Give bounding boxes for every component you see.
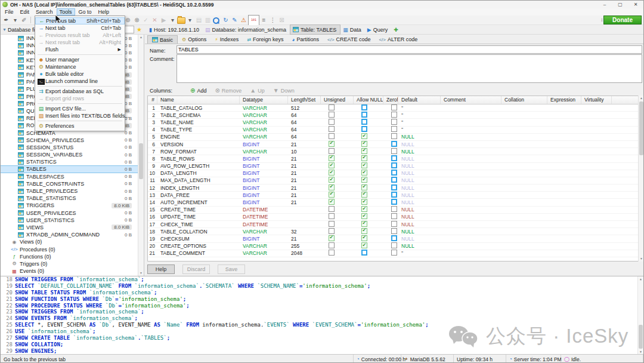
dropdown-caret-icon[interactable]: ▾ <box>11 16 20 24</box>
scroll-up-icon[interactable]: ▲ <box>638 276 643 282</box>
close-button[interactable]: ✕ <box>628 2 643 7</box>
zerofill-checkbox[interactable] <box>391 119 397 125</box>
grid-row-auto_increment[interactable]: 14AUTO_INCREMENTBIGINT21NULL <box>148 199 639 206</box>
print-icon[interactable]: ▥ <box>203 16 212 24</box>
table-comment-input[interactable] <box>177 54 642 83</box>
grid-header-unsigned[interactable]: Unsigned <box>321 96 354 104</box>
menu-item-preferences[interactable]: ⚙Preferences <box>35 122 125 130</box>
zerofill-checkbox[interactable] <box>391 141 397 147</box>
menu-help[interactable]: Help <box>95 8 113 16</box>
designer-tab-partitions[interactable]: ◕Partitions <box>288 35 323 44</box>
tree-table-session_status[interactable]: SESSION_STATUS0 B <box>1 144 144 151</box>
grid-row-table_rows[interactable]: 8TABLE_ROWSBIGINT21NULL <box>148 155 639 162</box>
menu-item-bulk-table-editor[interactable]: ●Bulk table editor <box>35 70 125 78</box>
menu-item-export-database-as-sql[interactable]: ⇉Export database as SQL <box>35 88 125 95</box>
tree-table-triggers[interactable]: TRIGGERS8.0 KiB <box>1 202 144 209</box>
unsigned-checkbox[interactable] <box>329 213 335 219</box>
zerofill-checkbox[interactable] <box>391 206 397 212</box>
unsigned-checkbox[interactable] <box>329 141 335 147</box>
unsigned-checkbox[interactable] <box>329 112 335 118</box>
grid-row-index_length[interactable]: 12INDEX_LENGTHBIGINT21NULL <box>148 184 639 192</box>
scroll-down-icon[interactable]: ▼ <box>638 349 643 354</box>
grid-row-version[interactable]: 6VERSIONBIGINT21NULL <box>148 141 639 148</box>
menu-search[interactable]: Search <box>33 8 56 16</box>
session-manager-icon[interactable]: ✒ <box>2 16 11 24</box>
zerofill-checkbox[interactable] <box>391 242 397 248</box>
donate-button[interactable]: Donate <box>603 16 642 24</box>
allow-null-checkbox[interactable] <box>361 250 367 256</box>
grid-header-comment[interactable]: Comment <box>441 96 501 104</box>
remove-column-button[interactable]: ⊗Remove <box>215 87 242 94</box>
menu-edit[interactable]: Edit <box>17 8 33 16</box>
down-column-button[interactable]: ▼Down <box>273 87 295 94</box>
allow-null-checkbox[interactable] <box>361 112 367 118</box>
grid-row-table_name[interactable]: 3TABLE_NAMEVARCHAR64'' <box>148 119 639 126</box>
grip-handle-icon[interactable]: ⁞⁞ <box>601 17 602 23</box>
grid-header-length-set[interactable]: Length/Set <box>288 96 321 104</box>
grid-scrollbar[interactable]: ▲ ▼ <box>638 96 644 262</box>
grid-row-table_comment[interactable]: 21TABLE_COMMENTVARCHAR2048'' <box>148 250 639 257</box>
zerofill-checkbox[interactable] <box>391 112 397 118</box>
menu-go-to[interactable]: Go to <box>76 8 95 16</box>
menu-item-previous-tab[interactable]: ←Previous tabShift+Ctrl+Tab <box>35 17 125 24</box>
allow-null-checkbox[interactable] <box>361 228 367 234</box>
abort-cross-icon[interactable]: ✕ <box>150 16 159 24</box>
designer-tab-foreign-keys[interactable]: ⇄Foreign keys <box>243 35 287 44</box>
grid-header-expression[interactable]: Expression <box>547 96 581 104</box>
discard-button[interactable]: Discard <box>182 264 210 274</box>
allow-null-checkbox[interactable] <box>361 184 367 190</box>
grid-row-engine[interactable]: 5ENGINEVARCHAR64NULL <box>148 134 639 141</box>
tree-events[interactable]: ▦Events (0) <box>1 267 144 275</box>
zerofill-checkbox[interactable] <box>391 177 397 183</box>
allow-null-checkbox[interactable] <box>361 199 367 205</box>
unsigned-checkbox[interactable] <box>329 133 335 139</box>
tree-functions[interactable]: ƒFunctions (0) <box>1 253 144 260</box>
grid-header-name[interactable]: Name <box>157 96 240 104</box>
tree-table-table_privileges[interactable]: TABLE_PRIVILEGES0 B <box>1 187 144 195</box>
tree-table-session_variables[interactable]: SESSION_VARIABLES0 B <box>1 151 144 158</box>
session-tab-table[interactable]: Table: TABLES <box>290 24 340 35</box>
tree-table-table_statistics[interactable]: TABLE_STATISTICS0 B <box>1 195 144 202</box>
designer-tab-alter-code[interactable]: </>ALTER code <box>374 35 422 44</box>
zerofill-checkbox[interactable] <box>391 228 397 234</box>
grid-row-create_options[interactable]: 20CREATE_OPTIONSVARCHAR255NULL <box>148 243 639 250</box>
apply-check-icon[interactable]: ✓ <box>141 16 150 24</box>
grid-row-table_schema[interactable]: 2TABLE_SCHEMAVARCHAR64'' <box>148 112 639 119</box>
binary-data-icon[interactable]: 101 <box>248 15 259 26</box>
cancel-circle-icon[interactable]: ⊗ <box>132 16 141 24</box>
zerofill-checkbox[interactable] <box>391 104 397 110</box>
allow-null-checkbox[interactable] <box>361 155 367 161</box>
favorite-star-icon[interactable]: ★ <box>137 26 142 33</box>
unsigned-checkbox[interactable] <box>329 177 335 183</box>
tree-triggers[interactable]: ⚙Triggers (0) <box>1 260 144 267</box>
zerofill-checkbox[interactable] <box>391 133 397 139</box>
scroll-down-icon[interactable]: ▼ <box>639 256 644 262</box>
sql-log-scrollbar[interactable]: ▲ ▼ <box>637 276 643 354</box>
menu-file[interactable]: File <box>2 8 17 16</box>
allow-null-checkbox[interactable] <box>361 104 367 110</box>
unsigned-checkbox[interactable] <box>329 104 335 110</box>
allow-null-checkbox[interactable] <box>361 242 367 248</box>
grid-row-check_time[interactable]: 17CHECK_TIMEDATETIMENULL <box>148 221 639 228</box>
tree-table-tables[interactable]: TABLES0 B <box>1 165 144 173</box>
allow-null-checkbox[interactable] <box>361 170 367 176</box>
session-tab-query[interactable]: ▶Query <box>365 25 391 34</box>
kebab-icon[interactable]: ⋮ <box>268 16 277 24</box>
close-box-icon[interactable]: ⊠ <box>277 16 286 24</box>
grid-header--[interactable]: # <box>148 96 157 104</box>
tree-views[interactable]: ◉Views (0) <box>1 238 144 245</box>
maximize-button[interactable]: ▢ <box>612 2 628 7</box>
unsigned-checkbox[interactable] <box>329 119 335 125</box>
grid-row-avg_row_length[interactable]: 9AVG_ROW_LENGTHBIGINT21NULL <box>148 163 639 170</box>
zerofill-checkbox[interactable] <box>391 162 397 168</box>
unsigned-checkbox[interactable] <box>329 199 335 205</box>
tree-table-user_privileges[interactable]: USER_PRIVILEGES0 B <box>1 210 144 217</box>
add-column-button[interactable]: ⊕Add <box>190 87 206 94</box>
unsigned-checkbox[interactable] <box>329 235 335 241</box>
new-window-icon[interactable]: ✐ <box>20 16 29 24</box>
scroll-up-icon[interactable]: ▲ <box>138 35 144 40</box>
zerofill-checkbox[interactable] <box>391 213 397 219</box>
allow-null-checkbox[interactable] <box>361 148 367 154</box>
folder-icon[interactable] <box>177 17 185 24</box>
zerofill-checkbox[interactable] <box>391 148 397 154</box>
